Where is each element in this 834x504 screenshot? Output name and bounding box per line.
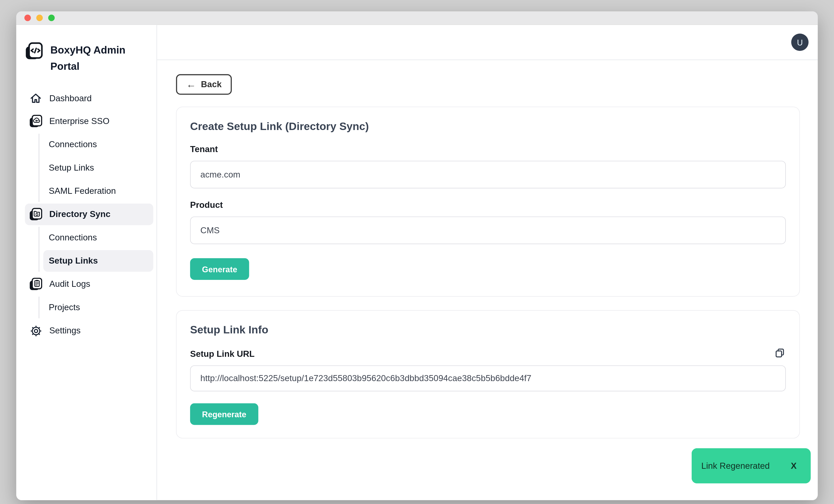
sidebar-item-audit-logs[interactable]: Audit Logs [25, 273, 153, 295]
avatar-initial: U [797, 38, 803, 47]
setup-link-url-input[interactable] [190, 365, 786, 391]
sidebar-item-dashboard[interactable]: Dashboard [25, 88, 153, 109]
home-icon [29, 92, 42, 105]
regenerate-button[interactable]: Regenerate [190, 403, 258, 425]
header: U [157, 25, 818, 60]
zoom-window-button[interactable] [48, 15, 54, 21]
url-label-row: Setup Link URL [190, 347, 786, 359]
sidebar-item-projects[interactable]: Projects [43, 297, 153, 318]
tenant-label: Tenant [190, 144, 786, 154]
create-setup-link-card: Create Setup Link (Directory Sync) Tenan… [176, 107, 800, 297]
sidebar-item-enterprise-sso[interactable]: Enterprise SSO [25, 110, 153, 132]
card-title: Setup Link Info [190, 324, 786, 336]
toast-close-button[interactable]: X [791, 461, 797, 471]
sidebar-item-label: SAML Federation [49, 186, 116, 196]
setup-link-url-label: Setup Link URL [190, 349, 255, 359]
setup-link-info-card: Setup Link Info Setup Link URL [176, 310, 800, 438]
arrow-left-icon: ← [186, 79, 196, 89]
gear-icon [29, 324, 42, 337]
sidebar-item-label: Settings [49, 326, 81, 336]
product-label: Product [190, 200, 786, 210]
tenant-input[interactable] [190, 161, 786, 188]
close-window-button[interactable] [24, 15, 31, 21]
product-input[interactable] [190, 216, 786, 244]
enterprise-sso-subgroup: Connections Setup Links SAML Federation [38, 134, 153, 202]
sidebar-item-dsync-connections[interactable]: Connections [43, 227, 153, 248]
generate-button[interactable]: Generate [190, 258, 249, 280]
folder-sync-icon [29, 208, 42, 221]
audit-logs-subgroup: Projects [38, 297, 153, 318]
minimize-window-button[interactable] [36, 15, 43, 21]
clipboard-icon [29, 278, 42, 291]
sidebar-item-directory-sync[interactable]: Directory Sync [25, 204, 153, 225]
sidebar-item-saml-federation[interactable]: SAML Federation [43, 180, 153, 202]
brand: BoxyHQ Admin Portal [25, 42, 153, 75]
page-content: ← Back Create Setup Link (Directory Sync… [157, 60, 818, 500]
app-window: BoxyHQ Admin Portal Dashboard [16, 12, 818, 500]
sidebar: BoxyHQ Admin Portal Dashboard [16, 25, 157, 500]
sidebar-item-label: Enterprise SSO [49, 116, 110, 126]
copy-url-button[interactable] [774, 347, 786, 359]
back-button[interactable]: ← Back [176, 74, 232, 95]
desktop: BoxyHQ Admin Portal Dashboard [0, 0, 834, 504]
sidebar-item-label: Dashboard [49, 94, 92, 104]
cloud-sso-icon [29, 115, 42, 128]
sidebar-item-sso-setup-links[interactable]: Setup Links [43, 157, 153, 179]
directory-sync-subgroup: Connections Setup Links [38, 227, 153, 272]
toast-notification: Link Regenerated X [692, 448, 811, 483]
sidebar-item-label: Audit Logs [49, 279, 90, 289]
window-titlebar [16, 12, 818, 25]
main-area: U ← Back Create Setup Link (Directory Sy… [157, 25, 818, 500]
sidebar-item-label: Projects [49, 303, 80, 313]
sidebar-item-settings[interactable]: Settings [25, 320, 153, 342]
copy-icon [774, 347, 786, 359]
sidebar-item-label: Directory Sync [49, 209, 110, 219]
boxyhq-logo-icon [25, 42, 43, 60]
sidebar-item-label: Setup Links [49, 256, 98, 266]
card-title: Create Setup Link (Directory Sync) [190, 120, 786, 133]
toast-message: Link Regenerated [701, 461, 770, 471]
sidebar-item-label: Setup Links [49, 163, 94, 173]
back-button-label: Back [201, 79, 222, 89]
sidebar-item-dsync-setup-links[interactable]: Setup Links [43, 250, 153, 272]
sidebar-item-label: Connections [49, 140, 97, 150]
app-title: BoxyHQ Admin Portal [50, 42, 129, 75]
sidebar-item-sso-connections[interactable]: Connections [43, 134, 153, 156]
user-avatar[interactable]: U [791, 33, 809, 51]
sidebar-item-label: Connections [49, 233, 97, 243]
